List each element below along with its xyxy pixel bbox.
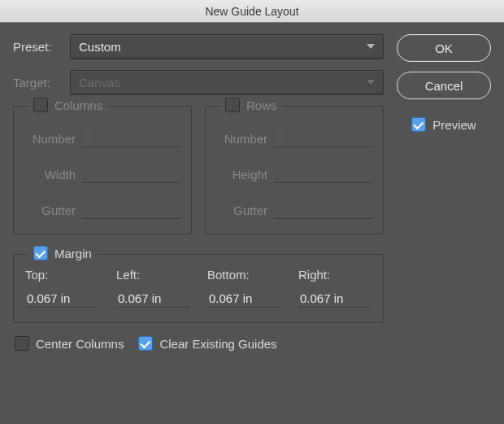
preview-checkbox[interactable] <box>411 117 426 132</box>
margin-top-label: Top: <box>25 268 98 282</box>
margin-label: Margin <box>54 247 92 260</box>
chevron-down-icon <box>367 80 375 85</box>
target-value: Canvas <box>79 76 120 90</box>
rows-gutter-label: Gutter <box>215 203 274 217</box>
rows-height-label: Height <box>215 168 274 181</box>
clear-existing-checkbox[interactable] <box>138 336 153 351</box>
center-columns-label: Center Columns <box>36 337 124 351</box>
target-label: Target: <box>13 76 70 90</box>
preset-value: Custom <box>79 40 121 54</box>
rows-gutter-input <box>274 201 373 219</box>
columns-gutter-label: Gutter <box>24 203 82 217</box>
clear-existing-label: Clear Existing Guides <box>159 337 276 351</box>
margin-left-label: Left: <box>116 268 189 282</box>
preview-label: Preview <box>432 118 476 132</box>
ok-button[interactable]: OK <box>397 34 491 62</box>
columns-gutter-input <box>82 201 181 219</box>
columns-number-input: 3 <box>82 129 181 147</box>
window-title: New Guide Layout <box>0 0 504 23</box>
margin-right-input[interactable]: 0.067 in <box>298 291 371 308</box>
columns-label: Columns <box>54 98 102 112</box>
columns-number-label: Number <box>24 132 82 146</box>
columns-checkbox[interactable] <box>33 98 48 112</box>
rows-height-input <box>274 165 373 183</box>
rows-label: Rows <box>246 98 277 112</box>
margin-bottom-label: Bottom: <box>207 268 280 282</box>
margin-top-input[interactable]: 0.067 in <box>25 291 98 308</box>
rows-number-label: Number <box>215 132 274 146</box>
columns-group: Columns Number 3 Width Gutter <box>13 106 192 234</box>
preset-select[interactable]: Custom <box>70 34 384 59</box>
cancel-button[interactable]: Cancel <box>397 72 491 99</box>
columns-width-input <box>82 165 181 183</box>
chevron-down-icon <box>367 44 375 49</box>
margin-right-label: Right: <box>298 268 371 282</box>
margin-bottom-input[interactable]: 0.067 in <box>207 291 280 308</box>
margin-left-input[interactable]: 0.067 in <box>116 291 189 308</box>
margin-checkbox[interactable] <box>33 246 48 260</box>
rows-number-input: 3 <box>274 129 373 147</box>
target-select: Canvas <box>70 70 384 94</box>
columns-width-label: Width <box>24 168 82 181</box>
rows-checkbox[interactable] <box>225 98 240 112</box>
preset-label: Preset: <box>13 40 70 54</box>
rows-group: Rows Number 3 Height Gutter <box>205 106 384 234</box>
center-columns-checkbox[interactable] <box>15 336 29 351</box>
margin-group: Margin Top: 0.067 in Left: 0.067 in Bott… <box>13 254 384 323</box>
